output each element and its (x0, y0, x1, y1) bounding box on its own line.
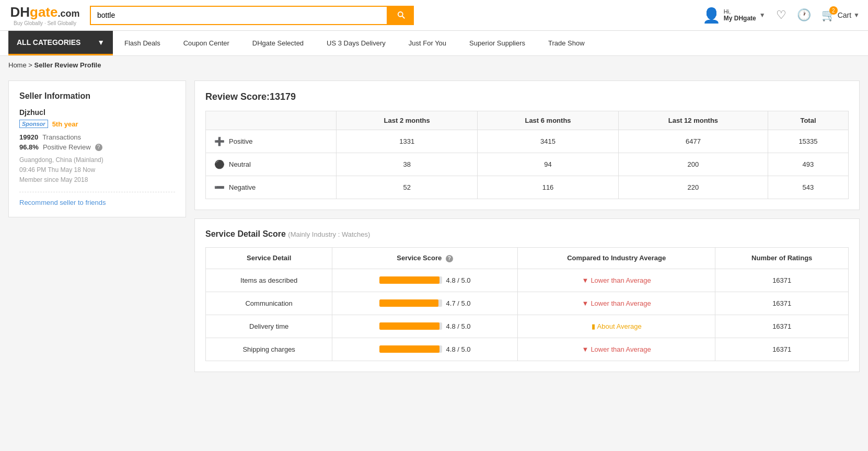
search-area (90, 6, 414, 25)
nav-flash-deals[interactable]: Flash Deals (113, 32, 172, 54)
nav-us-3days[interactable]: US 3 Days Delivery (315, 32, 397, 54)
wishlist-button[interactable]: ♡ (776, 8, 786, 22)
nav-links: Flash Deals Coupon Center DHgate Selecte… (113, 32, 596, 54)
arrow-down-icon: ▼ (582, 299, 589, 307)
review-table: Last 2 months Last 6 months Last 12 mont… (205, 111, 849, 199)
logo-tagline: Buy Globally · Sell Globally (14, 20, 76, 26)
service-score-help-icon[interactable]: ? (446, 255, 453, 262)
logo-com: .com (58, 8, 80, 19)
categories-chevron: ▼ (97, 38, 105, 47)
comparison-lower: ▼ Lower than Average (526, 276, 707, 284)
review-table-row: ➖ Negative 52 116 220 543 (206, 176, 849, 199)
nav-just-for-you[interactable]: Just For You (397, 32, 458, 54)
arrow-down-icon: ▼ (582, 345, 589, 353)
breadcrumb-separator: > (28, 61, 34, 69)
score-bar-bg (379, 322, 442, 330)
review-total: 493 (768, 153, 848, 176)
service-title-text: Service Detail Score (205, 229, 286, 238)
comparison-cell: ▼ Lower than Average (517, 269, 715, 292)
seller-info-title: Seller Information (19, 91, 175, 101)
positive-icon: ➕ (214, 136, 225, 146)
comparison-about: ▮ About Average (526, 322, 707, 330)
nav-superior-suppliers[interactable]: Superior Suppliers (458, 32, 537, 54)
score-bar-bg (379, 345, 442, 353)
positive-review-row: 96.8% Positive Review ? (19, 143, 175, 151)
service-detail-label: Communication (206, 292, 332, 315)
user-area[interactable]: 👤 Hi, My DHgate ▼ (702, 7, 766, 24)
cart-dropdown-icon: ▼ (853, 11, 860, 19)
history-icon: 🕐 (797, 8, 811, 21)
col-last2: Last 2 months (337, 111, 478, 130)
transactions-row: 19920 Transactions (19, 133, 175, 141)
svc-col-compare: Compared to Industry Average (517, 248, 715, 269)
review-type-label: Negative (229, 183, 256, 191)
svc-col-detail: Service Detail (206, 248, 332, 269)
user-dropdown-icon: ▼ (759, 11, 766, 19)
col-last12: Last 12 months (618, 111, 768, 130)
review-last12: 220 (618, 176, 768, 199)
score-bar-fill (379, 345, 439, 353)
main-content: Seller Information Djzhucl Sponsor 5th y… (0, 74, 868, 378)
arrow-eq-icon: ▮ (592, 322, 595, 330)
service-score-cell: 4.7 / 5.0 (332, 292, 518, 315)
cart-button[interactable]: 🛒 2 Cart ▼ (821, 8, 860, 22)
search-button[interactable] (388, 6, 414, 25)
review-table-body: ➕ Positive 1331 3415 6477 15335 ⚫ Neutra… (206, 130, 849, 199)
time-text: 09:46 PM Thu May 18 Now (19, 165, 175, 175)
score-value: 4.7 / 5.0 (446, 299, 471, 307)
nav-trade-show[interactable]: Trade Show (537, 32, 596, 54)
comparison-lower: ▼ Lower than Average (526, 345, 707, 353)
breadcrumb-home[interactable]: Home (8, 61, 27, 69)
positive-pct: 96.8% (19, 143, 39, 151)
comparison-lower: ▼ Lower than Average (526, 299, 707, 307)
nav-coupon-center[interactable]: Coupon Center (172, 32, 241, 54)
help-icon[interactable]: ? (95, 144, 102, 151)
review-last12: 200 (618, 153, 768, 176)
service-table: Service Detail Service Score ? Compared … (205, 247, 849, 361)
ratings-count: 16371 (715, 338, 849, 361)
review-score-label: Review Score: (205, 91, 270, 102)
breadcrumb-current: Seller Review Profile (34, 61, 101, 69)
recommend-link[interactable]: Recommend seller to friends (19, 199, 106, 206)
comparison-cell: ▼ Lower than Average (517, 292, 715, 315)
score-bar-bg (379, 276, 442, 284)
review-last6: 116 (478, 176, 619, 199)
col-type (206, 111, 337, 130)
score-value: 4.8 / 5.0 (446, 276, 471, 284)
score-bar-bg (379, 299, 442, 307)
service-subtitle: (Mainly Industry : Watches) (288, 230, 370, 238)
service-table-body: Items as described 4.8 / 5.0 ▼ Lower tha… (206, 269, 849, 361)
transactions-count: 19920 (19, 133, 38, 141)
review-score-panel: Review Score:13179 Last 2 months Last 6 … (194, 80, 860, 210)
review-type-label: Positive (229, 137, 253, 145)
service-score-cell: 4.8 / 5.0 (332, 269, 518, 292)
positive-label: Positive Review (43, 143, 91, 151)
review-table-header: Last 2 months Last 6 months Last 12 mont… (206, 111, 849, 130)
sidebar: Seller Information Djzhucl Sponsor 5th y… (8, 80, 186, 217)
history-button[interactable]: 🕐 (797, 8, 811, 22)
ratings-count: 16371 (715, 315, 849, 338)
col-last6: Last 6 months (478, 111, 619, 130)
service-score-cell: 4.8 / 5.0 (332, 315, 518, 338)
ratings-count: 16371 (715, 292, 849, 315)
score-value: 4.8 / 5.0 (446, 322, 471, 330)
service-score-panel: Service Detail Score (Mainly Industry : … (194, 218, 860, 372)
seller-stats: 19920 Transactions 96.8% Positive Review… (19, 133, 175, 151)
year-badge: 5th year (52, 120, 78, 128)
sponsor-badge: Sponsor (19, 120, 48, 128)
user-text: Hi, My DHgate (724, 8, 756, 22)
review-last2: 1331 (337, 130, 478, 153)
comparison-cell: ▼ Lower than Average (517, 338, 715, 361)
seller-badges: Sponsor 5th year (19, 120, 175, 128)
all-categories-button[interactable]: ALL CATEGORIES ▼ (8, 31, 113, 55)
score-bar-fill (379, 299, 438, 307)
review-type-cell: ⚫ Neutral (206, 153, 337, 176)
all-categories-label: ALL CATEGORIES (17, 38, 80, 47)
nav-dhgate-selected[interactable]: DHgate Selected (241, 32, 315, 54)
search-input[interactable] (90, 6, 388, 25)
review-type-label: Neutral (229, 160, 251, 168)
review-last6: 3415 (478, 130, 619, 153)
user-icon: 👤 (702, 7, 721, 24)
review-score-value: 13179 (270, 91, 296, 102)
negative-icon: ➖ (214, 182, 225, 192)
